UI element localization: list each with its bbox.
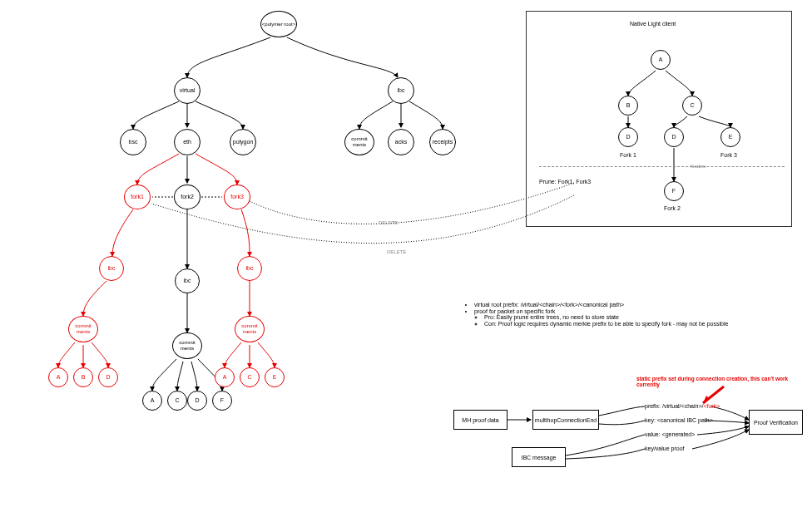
box-ibc-message: IBC message: [512, 447, 566, 467]
panel-node-d2: D: [664, 127, 684, 147]
node-ibc-commit: commit ments: [344, 129, 374, 155]
box-multihop: multihopConnectionEnd: [532, 410, 599, 430]
node-polymer-root: <polymer root>: [260, 11, 297, 37]
note-con: Con: Proof logic requires dynamic merkle…: [484, 321, 764, 327]
panel-node-a: A: [651, 50, 671, 70]
node-virtual: virtual: [174, 77, 201, 104]
leaf-f2-c: C: [167, 391, 187, 411]
leaf-f1-b: B: [73, 367, 93, 387]
label-fork1: Fork 1: [620, 152, 636, 158]
leaf-f2-f: F: [212, 391, 232, 411]
node-commit-f1: commit ments: [68, 316, 98, 342]
panel-node-d1: D: [618, 127, 638, 147]
light-client-panel: [526, 11, 792, 227]
panel-title: Native Light client: [630, 21, 676, 27]
diagram-canvas: <polymer root> virtual ibc bsc eth polyg…: [0, 0, 812, 512]
node-ibc-f1: ibc: [99, 256, 124, 281]
leaf-f3-e: E: [265, 367, 285, 387]
leaf-f3-c: C: [240, 367, 260, 387]
label-prune: Prune: Fork1, Fork3: [539, 179, 591, 185]
finalize-divider: [539, 166, 785, 167]
note-proof: proof for packet on specific fork Pro: E…: [474, 308, 764, 327]
label-delete-2: DELETE: [387, 249, 406, 254]
node-commit-f2: commit ments: [172, 332, 202, 359]
node-fork2: fork2: [174, 185, 201, 209]
panel-node-f: F: [664, 181, 684, 201]
node-ibc-f2: ibc: [175, 268, 200, 293]
label-prefix: prefix: /virtual/<chain>/<fork>: [645, 403, 720, 409]
note-prefix: virtual root prefix: /virtual/<chain>/<f…: [474, 302, 764, 308]
node-fork3: fork3: [224, 185, 250, 209]
panel-node-c: C: [682, 96, 702, 116]
node-ibc-top: ibc: [388, 77, 414, 104]
leaf-f2-a: A: [142, 391, 162, 411]
box-mh-proof: MH proof data: [453, 410, 508, 430]
leaf-f1-d: D: [98, 367, 118, 387]
label-fork2: Fork 2: [664, 205, 681, 211]
label-delete-1: DELETE: [379, 220, 398, 225]
panel-node-b: B: [618, 96, 638, 116]
warning-text: static prefix set during connection crea…: [636, 376, 803, 387]
label-kvproof: key/value proof: [645, 446, 684, 451]
node-eth: eth: [174, 129, 201, 155]
note-pro: Pro: Easily prune entire trees, no need …: [484, 314, 764, 320]
leaf-f2-d: D: [187, 391, 207, 411]
node-fork1: fork1: [124, 185, 151, 209]
leaf-f1-a: A: [48, 367, 68, 387]
node-ibc-receipts: receipts: [429, 129, 456, 155]
panel-node-e: E: [720, 127, 740, 147]
node-ibc-f3: ibc: [237, 256, 262, 281]
label-key: key: <canonical IBC path>: [645, 417, 713, 423]
node-ibc-acks: acks: [388, 129, 414, 155]
box-proof-verify: Proof Verification: [749, 410, 803, 435]
notes-block: virtual root prefix: /virtual/<chain>/<f…: [464, 302, 764, 327]
node-commit-f3: commit ments: [235, 316, 265, 342]
label-fork3: Fork 3: [720, 152, 737, 158]
label-value: value: <generated>: [645, 431, 695, 437]
leaf-f3-a: A: [215, 367, 235, 387]
node-polygon: polygon: [230, 129, 256, 155]
node-bsc: bsc: [120, 129, 146, 155]
